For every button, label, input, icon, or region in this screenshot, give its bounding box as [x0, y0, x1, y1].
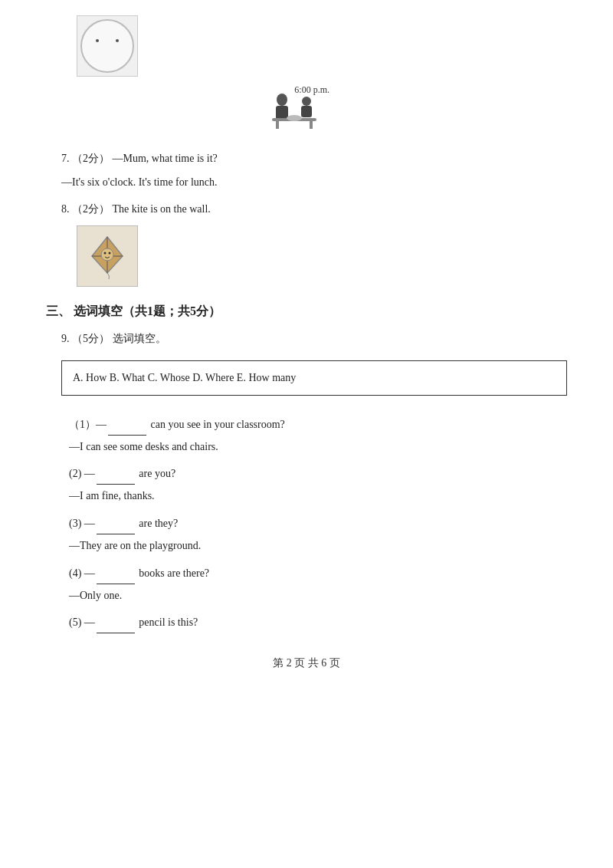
q8-points: （2分） — [72, 203, 110, 215]
sq1-blank — [108, 435, 146, 436]
svg-rect-5 — [276, 121, 279, 129]
sq5-number: (5) — — [69, 616, 95, 628]
sq4-rest: books are there? — [136, 567, 209, 579]
svg-point-7 — [287, 115, 302, 121]
question-8-text: 8. （2分） The kite is on the wall. — [61, 199, 567, 219]
section-3-title: 三、 选词填空（共1题；共5分） — [46, 304, 221, 320]
svg-rect-1 — [276, 106, 288, 120]
word-box: A. How B. What C. Whose D. Where E. How … — [61, 360, 567, 396]
sq2-rest: are you? — [136, 468, 175, 479]
sub-q4: (4) — books are there? — [69, 563, 567, 584]
footer-text: 第 2 页 共 6 页 — [273, 657, 340, 669]
svg-rect-6 — [310, 121, 313, 129]
q9-points: （5分） — [72, 333, 110, 344]
dinner-image-container: 6:00 p.m. — [261, 84, 329, 137]
sq1-answer-text: —I can see some desks and chairs. — [69, 441, 218, 452]
dinner-time-label: 6:00 p.m. — [294, 84, 329, 96]
question-7-text: 7. （2分） —Mum, what time is it? — [61, 149, 567, 168]
question-7-block: 7. （2分） —Mum, what time is it? —It's six… — [61, 149, 567, 192]
sq3-number: (3) — — [69, 518, 95, 529]
svg-point-13 — [109, 252, 111, 254]
sq2-answer-text: —I am fine, thanks. — [69, 490, 155, 501]
sub-q2: (2) — are you? — [69, 463, 567, 485]
sq2-blank — [97, 484, 135, 485]
sq4-blank — [97, 584, 135, 584]
kite-svg — [84, 233, 130, 279]
sq2-number: (2) — — [69, 468, 95, 479]
svg-point-12 — [104, 252, 107, 254]
sq5-rest: pencil is this? — [136, 616, 198, 628]
question-8-block: 8. （2分） The kite is on the wall. — [61, 199, 567, 219]
question-7-answer: —It's six o'clock. It's time for lunch. — [61, 173, 567, 192]
svg-point-11 — [101, 248, 113, 261]
q7-question: —Mum, what time is it? — [113, 153, 218, 164]
kite-image — [77, 225, 138, 287]
clock-image — [77, 15, 138, 77]
section-3-header: 三、 选词填空（共1题；共5分） — [46, 304, 567, 320]
q7-points: （2分） — [72, 153, 110, 164]
q9-instruction: 选词填空。 — [113, 333, 166, 344]
q7-answer-text: —It's six o'clock. It's time for lunch. — [61, 176, 218, 188]
clock-face — [80, 19, 134, 73]
sq3-answer: —They are on the playground. — [69, 536, 567, 557]
sq3-answer-text: —They are on the playground. — [69, 540, 201, 551]
question-9-intro: 9. （5分） 选词填空。 — [61, 329, 567, 348]
sq1-answer: —I can see some desks and chairs. — [69, 437, 567, 458]
svg-point-2 — [302, 97, 311, 106]
q8-sentence: The kite is on the wall. — [113, 203, 211, 215]
svg-rect-3 — [301, 106, 312, 117]
sub-q5: (5) — pencil is this? — [69, 612, 567, 633]
sq4-answer: —Only one. — [69, 586, 567, 607]
sq2-answer: —I am fine, thanks. — [69, 486, 567, 507]
sq4-answer-text: —Only one. — [69, 590, 122, 601]
question-9-block: 9. （5分） 选词填空。 A. How B. What C. Whose D.… — [61, 329, 567, 634]
word-box-content: A. How B. What C. Whose D. Where E. How … — [73, 372, 296, 383]
q9-label: 9. — [61, 333, 70, 344]
sq4-number: (4) — — [69, 567, 95, 579]
page-footer: 第 2 页 共 6 页 — [46, 656, 567, 670]
sq1-number: （1）— — [69, 419, 107, 430]
clock-dot-right — [116, 39, 119, 42]
sq3-rest: are they? — [136, 518, 178, 529]
svg-point-0 — [277, 94, 287, 106]
sq3-blank — [97, 534, 135, 534]
sub-q3: (3) — are they? — [69, 513, 567, 534]
sq1-rest: can you see in your classroom? — [148, 419, 285, 430]
sub-q1: （1）— can you see in your classroom? — [69, 414, 567, 436]
clock-dot-left — [96, 39, 99, 42]
q7-number: 7. — [61, 153, 72, 164]
sq5-blank — [97, 633, 135, 633]
q8-number: 8. — [61, 203, 72, 215]
